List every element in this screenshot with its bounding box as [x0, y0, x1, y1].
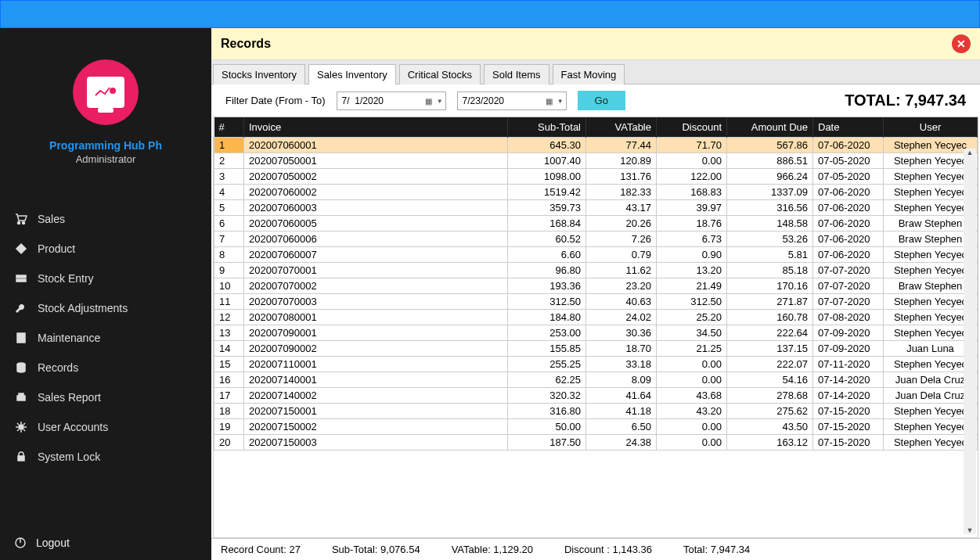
cell: 19 — [214, 419, 244, 435]
footer-total: Total: 7,947.34 — [683, 544, 750, 555]
table-row[interactable]: 14202007090002155.8518.7021.25137.1507-0… — [214, 341, 978, 357]
table-row[interactable]: 42020070600021519.42182.33168.831337.090… — [214, 185, 978, 200]
cell: 202007140002 — [244, 388, 508, 404]
scroll-up-icon[interactable]: ▲ — [967, 149, 974, 156]
cell: 202007070003 — [244, 294, 508, 310]
logout-label: Logout — [36, 537, 70, 549]
cell: 6.60 — [508, 247, 586, 263]
table-row[interactable]: 1202007060001645.3077.4471.70567.8607-06… — [214, 138, 978, 153]
cell: 202007060007 — [244, 247, 508, 263]
cell: 07-15-2020 — [813, 404, 884, 419]
cell: 168.84 — [508, 216, 586, 232]
cell: 148.58 — [727, 216, 813, 232]
cell: 07-08-2020 — [813, 310, 884, 325]
col-invoice[interactable]: Invoice — [244, 117, 508, 138]
tab-critical-stocks[interactable]: Critical Stocks — [399, 64, 481, 84]
table-row[interactable]: 22020070500011007.40120.890.00886.5107-0… — [214, 153, 978, 169]
cell: 07-06-2020 — [813, 185, 884, 200]
nav-item-sales[interactable]: Sales — [0, 204, 211, 234]
svg-rect-3 — [16, 275, 26, 278]
nav-item-sales-report[interactable]: Sales Report — [0, 382, 211, 412]
cell: 07-07-2020 — [813, 294, 884, 310]
cell: 202007060001 — [244, 138, 508, 153]
col-date[interactable]: Date — [813, 117, 884, 138]
cell: 07-05-2020 — [813, 169, 884, 185]
col-vatable[interactable]: VATable — [586, 117, 657, 138]
cell: 0.00 — [657, 372, 727, 388]
table-row[interactable]: 32020070500021098.00131.76122.00966.2407… — [214, 169, 978, 185]
cell: 8 — [214, 247, 244, 263]
tab-stocks-inventory[interactable]: Stocks Inventory — [213, 64, 305, 84]
nav-item-records[interactable]: Records — [0, 353, 211, 382]
cell: 50.00 — [508, 419, 586, 435]
cell: 21.25 — [657, 341, 727, 357]
cell: 4 — [214, 185, 244, 200]
cell: 120.89 — [586, 153, 657, 169]
table-row[interactable]: 82020070600076.600.790.905.8107-06-2020S… — [214, 247, 978, 263]
col-sub-total[interactable]: Sub-Total — [508, 117, 586, 138]
cell: 886.51 — [727, 153, 813, 169]
cell: 278.68 — [727, 388, 813, 404]
nav-label: Product — [38, 242, 75, 255]
nav-item-maintenance[interactable]: Maintenance — [0, 323, 211, 353]
cell: 85.18 — [727, 263, 813, 278]
sales-table-wrapper: #InvoiceSub-TotalVATableDiscountAmount D… — [213, 117, 978, 538]
database-icon — [14, 361, 28, 375]
cell: 202007140001 — [244, 372, 508, 388]
date-from-input[interactable] — [337, 92, 446, 110]
svg-rect-10 — [18, 456, 24, 461]
col-discount[interactable]: Discount — [657, 117, 727, 138]
cell: 202007050002 — [244, 169, 508, 185]
table-row[interactable]: 6202007060005168.8420.2618.76148.5807-06… — [214, 216, 978, 232]
nav-item-product[interactable]: Product — [0, 234, 211, 264]
table-row[interactable]: 13202007090001253.0030.3634.50222.6407-0… — [214, 325, 978, 341]
tabs-row: Stocks InventorySales InventoryCritical … — [211, 60, 980, 84]
cell: 0.79 — [586, 247, 657, 263]
table-row[interactable]: 18202007150001316.8041.1843.20275.6207-1… — [214, 404, 978, 419]
table-row[interactable]: 920200707000196.8011.6213.2085.1807-07-2… — [214, 263, 978, 278]
cell: 16 — [214, 372, 244, 388]
cell: 316.80 — [508, 404, 586, 419]
go-button[interactable]: Go — [578, 91, 625, 110]
col--[interactable]: # — [214, 117, 244, 138]
nav-item-system-lock[interactable]: System Lock — [0, 442, 211, 472]
cell: 07-09-2020 — [813, 325, 884, 341]
cell: 13.20 — [657, 263, 727, 278]
date-to-input[interactable] — [457, 92, 567, 110]
cell: 6 — [214, 216, 244, 232]
close-button[interactable]: ✕ — [952, 34, 971, 53]
cell: 202007070001 — [244, 263, 508, 278]
tab-fast-moving[interactable]: Fast Moving — [553, 64, 625, 84]
cell: 9 — [214, 263, 244, 278]
cell: 12 — [214, 310, 244, 325]
footer-subtotal: Sub-Total: 9,076.54 — [332, 544, 420, 555]
nav-item-stock-entry[interactable]: Stock Entry — [0, 264, 211, 293]
tab-sales-inventory[interactable]: Sales Inventory — [308, 64, 396, 84]
lock-icon — [14, 450, 28, 464]
table-row[interactable]: 20202007150003187.5024.380.00163.1207-15… — [214, 435, 978, 451]
nav-item-user-accounts[interactable]: User Accounts — [0, 412, 211, 442]
sales-table: #InvoiceSub-TotalVATableDiscountAmount D… — [214, 117, 978, 451]
table-row[interactable]: 1620200714000162.258.090.0054.1607-14-20… — [214, 372, 978, 388]
table-row[interactable]: 5202007060003359.7343.1739.97316.5607-06… — [214, 200, 978, 216]
col-amount-due[interactable]: Amount Due — [727, 117, 813, 138]
cell: 202007070002 — [244, 278, 508, 294]
table-row[interactable]: 17202007140002320.3241.6443.68278.6807-1… — [214, 388, 978, 404]
table-row[interactable]: 12202007080001184.8024.0225.20160.7807-0… — [214, 310, 978, 325]
footer-discount: Discount : 1,143.36 — [564, 544, 652, 555]
col-user[interactable]: User — [884, 117, 978, 138]
cell: 155.85 — [508, 341, 586, 357]
logout-button[interactable]: Logout — [0, 526, 211, 560]
table-row[interactable]: 11202007070003312.5040.63312.50271.8707-… — [214, 294, 978, 310]
tab-sold-items[interactable]: Sold Items — [484, 64, 549, 84]
cell: 312.50 — [657, 294, 727, 310]
cell: 13 — [214, 325, 244, 341]
table-row[interactable]: 1920200715000250.006.500.0043.5007-15-20… — [214, 419, 978, 435]
table-row[interactable]: 720200706000660.527.266.7353.2607-06-202… — [214, 232, 978, 247]
cell: 07-09-2020 — [813, 341, 884, 357]
scroll-down-icon[interactable]: ▼ — [967, 526, 974, 534]
table-row[interactable]: 10202007070002193.3623.2021.49170.1607-0… — [214, 278, 978, 294]
nav-item-stock-adjustments[interactable]: Stock Adjustments — [0, 293, 211, 323]
table-row[interactable]: 15202007110001255.2533.180.00222.0707-11… — [214, 357, 978, 372]
vertical-scrollbar[interactable]: ▲ ▼ — [964, 149, 976, 534]
